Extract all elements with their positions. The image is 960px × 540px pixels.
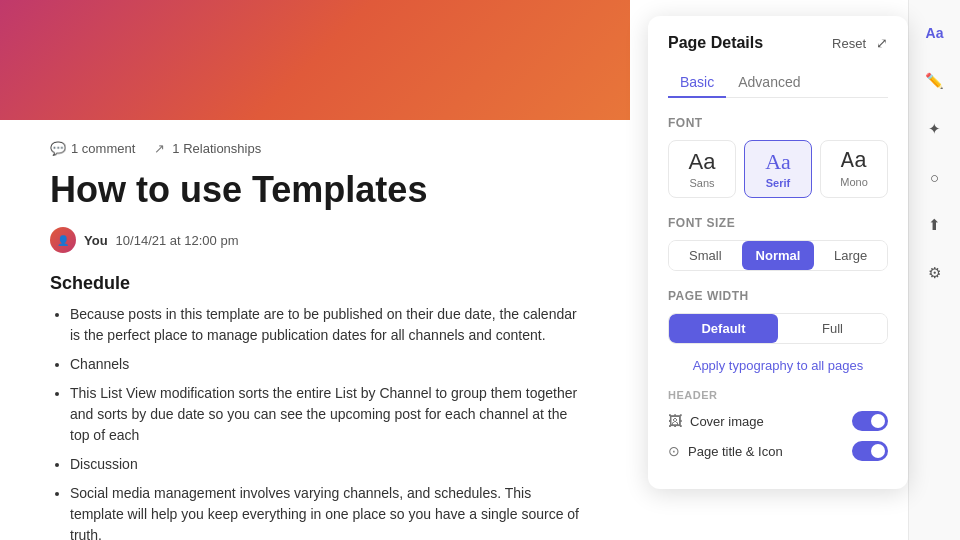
sidebar-icon-share[interactable]: ⬆ (918, 208, 952, 242)
reset-button[interactable]: Reset (832, 36, 866, 51)
relationships-meta[interactable]: ↗ 1 Relationships (151, 140, 261, 156)
comments-count: 1 comment (71, 141, 135, 156)
header-banner (0, 0, 630, 120)
author-name: You (84, 233, 108, 248)
cover-image-icon: 🖼 (668, 413, 682, 429)
sidebar-icon-text[interactable]: Aa (918, 16, 952, 50)
sidebar-icon-settings[interactable]: ✦ (918, 112, 952, 146)
header-section-label: HEADER (668, 389, 888, 401)
relationships-count: 1 Relationships (172, 141, 261, 156)
avatar: 👤 (50, 227, 76, 253)
sidebar-icon-search[interactable]: ○ (918, 160, 952, 194)
share-icon: ⬆ (928, 216, 941, 234)
sidebar-icon-pen[interactable]: ✏️ (918, 64, 952, 98)
font-preview-mono: Aa (841, 149, 867, 174)
sidebar-icon-gear[interactable]: ⚙ (918, 256, 952, 290)
list-item: Channels (70, 354, 580, 375)
font-option-mono[interactable]: Aa Mono (820, 140, 888, 198)
apply-typography-link[interactable]: Apply typography to all pages (668, 358, 888, 373)
width-full[interactable]: Full (778, 314, 887, 343)
text-icon: Aa (926, 25, 944, 41)
size-large[interactable]: Large (814, 241, 887, 270)
page-title-text: Page title & Icon (688, 444, 783, 459)
panel-title: Page Details (668, 34, 763, 52)
page-width-options: Default Full (668, 313, 888, 344)
panel-tabs: Basic Advanced (668, 68, 888, 98)
size-small[interactable]: Small (669, 241, 742, 270)
meta-bar: 💬 1 comment ↗ 1 Relationships (50, 140, 580, 156)
main-content: 💬 1 comment ↗ 1 Relationships How to use… (0, 0, 630, 540)
panel-actions: Reset ⤢ (832, 35, 888, 51)
cover-image-text: Cover image (690, 414, 764, 429)
font-size-options: Small Normal Large (668, 240, 888, 271)
page-details-panel: Page Details Reset ⤢ Basic Advanced Font… (648, 16, 908, 489)
font-label-serif: Serif (766, 177, 790, 189)
right-sidebar: Aa ✏️ ✦ ○ ⬆ ⚙ (908, 0, 960, 540)
width-default[interactable]: Default (669, 314, 778, 343)
list-item: This List View modification sorts the en… (70, 383, 580, 446)
page-title-toggle-row: ⊙ Page title & Icon (668, 441, 888, 461)
search-icon: ○ (930, 169, 939, 186)
cover-image-toggle-row: 🖼 Cover image (668, 411, 888, 431)
page-title-toggle[interactable] (852, 441, 888, 461)
settings-icon: ✦ (928, 120, 941, 138)
publish-date: 10/14/21 at 12:00 pm (116, 233, 239, 248)
font-section-label: Font (668, 116, 888, 130)
author-bar: 👤 You 10/14/21 at 12:00 pm (50, 227, 580, 253)
tab-basic[interactable]: Basic (668, 68, 726, 98)
font-label-sans: Sans (689, 177, 714, 189)
cover-image-toggle[interactable] (852, 411, 888, 431)
comment-icon: 💬 (50, 140, 66, 156)
list-item: Social media management involves varying… (70, 483, 580, 540)
font-options: Aa Sans Aa Serif Aa Mono (668, 140, 888, 198)
bullet-list: Because posts in this template are to be… (50, 304, 580, 540)
font-size-label: Font Size (668, 216, 888, 230)
pen-icon: ✏️ (925, 72, 944, 90)
section-heading: Schedule (50, 273, 580, 294)
expand-button[interactable]: ⤢ (876, 35, 888, 51)
page-title-icon: ⊙ (668, 443, 680, 459)
size-normal[interactable]: Normal (742, 241, 815, 270)
cover-image-label: 🖼 Cover image (668, 413, 764, 429)
list-item: Because posts in this template are to be… (70, 304, 580, 346)
comments-meta[interactable]: 💬 1 comment (50, 140, 135, 156)
relationships-icon: ↗ (151, 140, 167, 156)
page-width-label: Page Width (668, 289, 888, 303)
font-preview-serif: Aa (765, 149, 791, 175)
font-preview-sans: Aa (689, 149, 716, 175)
page-title: How to use Templates (50, 168, 580, 211)
font-option-sans[interactable]: Aa Sans (668, 140, 736, 198)
gear-icon: ⚙ (928, 264, 941, 282)
font-label-mono: Mono (840, 176, 868, 188)
content-body: 💬 1 comment ↗ 1 Relationships How to use… (0, 120, 630, 540)
tab-advanced[interactable]: Advanced (726, 68, 812, 98)
list-item: Discussion (70, 454, 580, 475)
font-option-serif[interactable]: Aa Serif (744, 140, 812, 198)
panel-header: Page Details Reset ⤢ (668, 34, 888, 52)
page-title-label: ⊙ Page title & Icon (668, 443, 783, 459)
